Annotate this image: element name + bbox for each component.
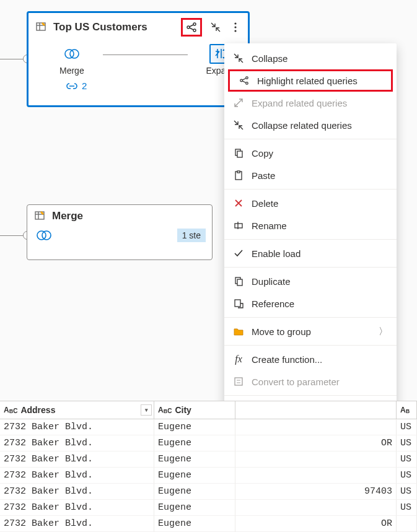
cell-city: Eugene <box>154 516 235 532</box>
menu-label: Delete <box>252 198 278 209</box>
menu-delete[interactable]: Delete <box>224 192 397 214</box>
step-connector <box>103 55 188 55</box>
query-card-top-us-customers[interactable]: Top US Customers Merge <box>27 11 250 107</box>
step-label: Merge <box>59 66 84 76</box>
column-header-city[interactable]: ABC City <box>154 401 235 419</box>
highlight-related-icon <box>237 76 251 85</box>
query-title: Top US Customers <box>53 21 177 33</box>
menu-reference[interactable]: Reference <box>224 292 397 315</box>
svg-line-6 <box>190 25 193 27</box>
table-row[interactable]: 2732 Baker Blvd.EugeneUS <box>0 468 417 484</box>
menu-expand-related: Expand related queries <box>224 92 397 114</box>
table-row[interactable]: 2732 Baker Blvd.EugeneOR <box>0 516 417 532</box>
menu-label: Move to group <box>252 326 311 337</box>
menu-label: Rename <box>252 220 287 231</box>
collapse-icon[interactable] <box>209 21 222 33</box>
cell-address: 2732 Baker Blvd. <box>0 500 154 516</box>
menu-separator <box>224 317 397 318</box>
menu-label: Collapse <box>252 53 288 64</box>
menu-separator <box>224 345 397 346</box>
menu-label: Duplicate <box>252 276 291 287</box>
merge-step-icon[interactable] <box>36 229 52 242</box>
menu-highlight-related[interactable]: Highlight related queries <box>228 69 393 92</box>
cell-col4: US <box>397 451 417 468</box>
chevron-right-icon: 〉 <box>379 326 388 338</box>
svg-rect-31 <box>235 300 240 307</box>
copy-icon <box>232 148 245 158</box>
menu-convert-parameter: Convert to parameter <box>224 370 397 393</box>
menu-duplicate[interactable]: Duplicate <box>224 270 397 292</box>
table-row[interactable]: 2732 Baker Blvd.EugeneUS <box>0 500 417 516</box>
cell-col3 <box>235 468 397 484</box>
column-header-partial[interactable]: AB <box>397 401 417 419</box>
cell-address: 2732 Baker Blvd. <box>0 516 154 532</box>
table-icon <box>35 210 47 222</box>
menu-separator <box>224 189 397 190</box>
table-row[interactable]: 2732 Baker Blvd.EugeneORUS <box>0 435 417 451</box>
menu-enable-load[interactable]: Enable load <box>224 242 397 264</box>
delete-icon <box>232 199 245 207</box>
check-icon <box>232 249 245 258</box>
menu-separator <box>224 395 397 396</box>
svg-point-8 <box>234 22 236 24</box>
cell-city: Eugene <box>154 484 235 500</box>
menu-label: Create function... <box>252 354 322 365</box>
query-card-merge[interactable]: Merge 1 ste <box>27 204 213 260</box>
data-grid: ABC Address ▾ ABC City AB 2732 Baker Blv… <box>0 401 417 532</box>
column-header-hidden[interactable] <box>235 401 397 419</box>
menu-copy[interactable]: Copy <box>224 142 397 164</box>
svg-line-7 <box>190 28 193 30</box>
link-icon <box>66 82 78 90</box>
cell-address: 2732 Baker Blvd. <box>0 468 154 484</box>
menu-paste[interactable]: Paste <box>224 164 397 186</box>
column-header-address[interactable]: ABC Address ▾ <box>0 401 154 419</box>
menu-collapse[interactable]: Collapse <box>224 47 397 69</box>
svg-point-11 <box>65 50 74 58</box>
cell-city: Eugene <box>154 419 235 435</box>
grid-header: ABC Address ▾ ABC City AB <box>0 401 417 419</box>
svg-point-20 <box>246 82 248 85</box>
table-row[interactable]: 2732 Baker Blvd.EugeneUS <box>0 451 417 468</box>
column-label: City <box>175 405 191 415</box>
menu-create-function[interactable]: fx Create function... <box>224 348 397 370</box>
cell-col4: US <box>397 419 417 435</box>
cell-col3 <box>235 419 397 435</box>
parameter-icon <box>232 377 245 386</box>
menu-rename[interactable]: Rename <box>224 214 397 237</box>
menu-collapse-related[interactable]: Collapse related queries <box>224 114 397 136</box>
menu-label: Copy <box>252 148 273 159</box>
svg-point-4 <box>193 23 196 25</box>
cell-col3 <box>235 451 397 468</box>
function-icon: fx <box>232 354 245 365</box>
cell-address: 2732 Baker Blvd. <box>0 435 154 451</box>
folder-icon <box>232 327 245 336</box>
menu-label: Enable load <box>252 248 301 259</box>
table-row[interactable]: 2732 Baker Blvd.EugeneUS <box>0 419 417 435</box>
expand-icon <box>232 98 245 108</box>
cell-city: Eugene <box>154 500 235 516</box>
highlight-related-button-callout <box>181 18 202 37</box>
duplicate-icon <box>232 276 245 286</box>
connector-wire <box>0 235 23 236</box>
cell-col3: 97403 <box>235 484 397 500</box>
highlight-related-icon[interactable] <box>185 21 198 33</box>
cell-address: 2732 Baker Blvd. <box>0 419 154 435</box>
svg-point-19 <box>246 77 248 79</box>
svg-rect-30 <box>237 279 242 286</box>
connector-wire <box>0 59 23 59</box>
cell-address: 2732 Baker Blvd. <box>0 484 154 500</box>
table-row[interactable]: 2732 Baker Blvd.Eugene97403US <box>0 484 417 500</box>
svg-point-18 <box>240 79 243 82</box>
link-count: 2 <box>82 81 87 91</box>
collapse-icon <box>232 53 245 63</box>
cell-col4 <box>397 516 417 532</box>
svg-point-12 <box>70 50 79 58</box>
step-merge[interactable]: Merge <box>59 44 84 76</box>
svg-line-21 <box>242 78 245 80</box>
menu-move-to-group[interactable]: Move to group 〉 <box>224 320 397 342</box>
column-filter-dropdown[interactable]: ▾ <box>141 404 152 416</box>
collapse-icon <box>232 120 245 130</box>
svg-point-9 <box>234 26 236 28</box>
more-icon[interactable] <box>229 21 242 33</box>
menu-label: Expand related queries <box>252 98 347 108</box>
